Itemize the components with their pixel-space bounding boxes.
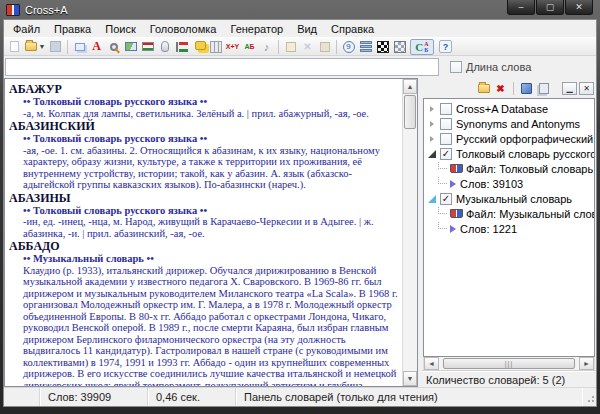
copy-icon[interactable] [71,39,88,55]
entry-source: •• Толковый словарь русского языка •• [9,96,398,108]
scroll-right-icon[interactable]: ► [579,357,594,370]
word-search-input[interactable] [5,58,439,76]
checkbox-checked-icon[interactable]: ✓ [440,193,452,205]
resize-grip[interactable] [582,388,596,406]
tree-item-explanatory-count[interactable]: Слов: 39103 [424,176,594,191]
grid-icon[interactable] [207,39,224,55]
picture-icon[interactable] [122,39,139,55]
mouse-icon[interactable] [156,39,173,55]
close-button[interactable]: ✕ [565,0,593,15]
status-panel-mode: Панель словарей (только для чтения) [236,388,582,406]
status-word-count: Слов: 39909 [40,388,148,406]
tree-item-orthographic[interactable]: Русский орфографический словарь [424,131,594,146]
menu-edit[interactable]: Правка [47,22,98,36]
horizontal-scrollbar[interactable]: ◄ ||| ► [423,357,595,371]
search-word-icon[interactable] [105,39,122,55]
scroll-down-icon[interactable]: ▼ [403,371,417,386]
expand-icon[interactable] [424,106,440,112]
panel-remove-dictionary-icon[interactable]: ✖ [492,80,509,96]
tree-connector [438,206,447,214]
number-icon[interactable]: 9 [340,39,357,55]
menu-view[interactable]: Вид [290,22,324,36]
tree-connector [438,161,447,169]
formula-xy-icon[interactable]: X+Y [224,39,241,55]
expand-icon[interactable] [424,121,440,127]
expand-icon[interactable] [424,136,440,142]
main-toolbar: ▼ А X+Y АБ ♪ ✕ 9 САБ [4,37,596,56]
checkbox-icon[interactable] [440,133,452,145]
dictionaries-toolbar: ✖ ▁ ✕ [422,78,596,98]
entry-source: •• Музыкальный словарь •• [9,253,398,265]
arrow-icon [450,180,456,188]
tree-item-explanatory[interactable]: ✓ Толковый словарь русского языка [424,146,594,161]
menu-generator[interactable]: Генератор [223,22,290,36]
music-note-icon[interactable]: ♪ [258,39,275,55]
entry-definition: -ая, -ое. 1. см. абазины. 2. Относящийся… [9,145,398,191]
maximize-button[interactable]: ▢ [536,0,564,15]
window-title: Cross+A [25,4,68,16]
flag-icon[interactable] [139,39,156,55]
panel-copy-icon[interactable] [535,80,552,96]
scroll-up-icon[interactable]: ▲ [403,79,417,94]
database-icon[interactable] [357,39,374,55]
add-item-icon[interactable] [282,39,299,55]
tree-item-synonyms[interactable]: Synonyms and Antonyms [424,116,594,131]
entry-headword: АБАЗИНЫ [9,192,398,205]
tree-connector [438,221,447,229]
font-icon[interactable]: А [88,39,105,55]
checkbox-checked-icon[interactable]: ✓ [440,148,452,160]
delete-item-icon[interactable]: ✕ [299,39,316,55]
dictionaries-panel: ✖ ▁ ✕ Cross+A Database [422,78,596,387]
tree-item-crossa-database[interactable]: Cross+A Database [424,101,594,116]
open-file-icon[interactable]: ▼ [23,39,47,55]
menu-file[interactable]: Файл [6,22,47,36]
panel-minimize-icon[interactable]: ▁ [562,82,577,95]
scroll-left-icon[interactable]: ◄ [424,357,439,370]
tree-item-musical[interactable]: ✓ Музыкальный словарь [424,191,594,206]
panel-close-icon[interactable]: ✕ [579,82,594,95]
scrollbar-thumb[interactable] [404,95,416,129]
search-row: Длина слова [4,56,596,78]
panel-open-dictionary-icon[interactable] [475,80,492,96]
collapse-icon[interactable] [424,149,440,159]
tree-item-musical-count[interactable]: Слов: 1221 [424,221,594,236]
chart-icon[interactable] [173,39,190,55]
tree-item-explanatory-file[interactable]: Файл: Толковый словарь.dic [424,161,594,176]
entry-definition: -а, м. Колпак для лампы, светильника. Зе… [9,108,398,120]
dictionary-tree[interactable]: Cross+A Database Synonyms and Antonyms Р… [423,98,595,357]
new-file-icon[interactable] [6,39,23,55]
dictionary-text-panel: АБАЖУР •• Толковый словарь русского язык… [4,78,418,387]
panel-export-icon[interactable] [518,80,535,96]
dictionary-panel-toggle[interactable]: САБ [410,39,434,55]
menu-search[interactable]: Поиск [98,22,142,36]
sort-letters-icon[interactable]: АБ [241,39,258,55]
tree-item-musical-file[interactable]: Файл: Музыкальный словарь.dic [424,206,594,221]
collapse-icon[interactable] [424,194,440,204]
help-icon[interactable]: ? [437,39,454,55]
title-bar[interactable]: Cross+A – ▢ ✕ [3,0,597,19]
checkbox-icon[interactable] [450,61,462,73]
crossword-black-icon[interactable] [374,39,391,55]
entry-definition: -ин, ед. -инец, -нца, м. Народ, живущий … [9,216,398,239]
menu-help[interactable]: Справка [324,22,381,36]
vertical-scrollbar[interactable]: ▲ ▼ [402,79,417,386]
entry-definition: Клаудио (р. 1933), итальянский дирижер. … [9,265,398,387]
checkbox-icon[interactable] [440,103,452,115]
open-dropdown-icon[interactable]: ▼ [39,43,46,50]
status-empty [4,388,40,406]
dictionary-entries[interactable]: АБАЖУР •• Толковый словарь русского язык… [5,79,402,386]
entry-headword: АБАЖУР [9,83,398,96]
menu-puzzle[interactable]: Головоломка [143,22,224,36]
minimize-button[interactable]: – [507,0,535,15]
menu-bar: Файл Правка Поиск Головоломка Генератор … [4,20,596,37]
puzzle-icon[interactable] [190,39,207,55]
word-length-checkbox[interactable]: Длина слова [450,61,531,73]
word-length-label: Длина слова [466,61,531,73]
tree-connector [438,176,447,184]
scrollbar-thumb[interactable]: ||| [443,358,575,369]
checkbox-icon[interactable] [440,118,452,130]
book-icon [450,164,463,173]
crossword-checkered-icon[interactable] [391,39,408,55]
edit-item-icon[interactable] [316,39,333,55]
save-icon[interactable] [47,39,64,55]
